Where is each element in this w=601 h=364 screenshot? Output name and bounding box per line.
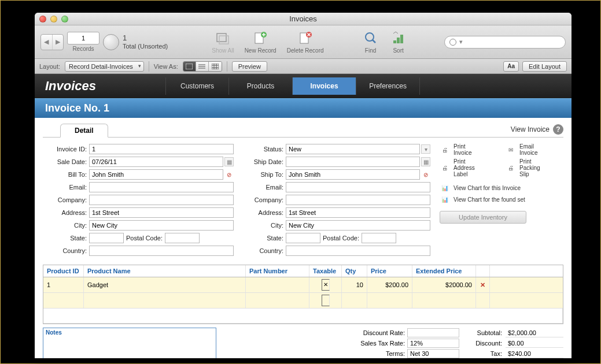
table-header: Product ID Product Name Part Number Taxa… [43,265,563,277]
bill-to-input[interactable]: John Smith [89,169,223,180]
bill-country-input[interactable] [89,246,234,256]
totals-column: Subtotal:$2,000.00 Discount:$0.00 Tax:$2… [465,328,563,358]
view-list-icon[interactable] [196,62,209,71]
print-packing-button[interactable]: 🖨Print Packing Slip [506,158,563,177]
ship-city-input[interactable]: New City [286,220,430,231]
layout-label: Layout: [39,63,60,70]
page-title: Invoice No. 1 [35,98,571,118]
viewas-label: View As: [154,63,178,70]
record-info: 1 Total (Unsorted) [123,34,168,50]
record-nav-arrows[interactable]: ◀ ▶ [40,34,64,50]
terms-input[interactable]: Net 30 [407,349,459,358]
table-row[interactable] [43,293,563,309]
ship-address-input[interactable]: 1st Street [286,207,430,218]
sort-button[interactable]: Sort [390,30,407,54]
titlebar: Invoices [35,13,571,25]
prev-record-icon[interactable]: ◀ [41,35,53,50]
delete-record-button[interactable]: Delete Record [287,30,324,54]
edit-layout-button[interactable]: Edit Layout [522,61,567,72]
app-header: Invoices Customers Products Invoices Pre… [35,74,571,98]
bill-city-input[interactable]: New City [89,220,234,231]
find-button[interactable]: Find [362,30,379,54]
svg-rect-0 [217,34,226,42]
toolbar: ◀ ▶ 1 Records 1 Total (Unsorted) Show Al… [35,25,571,59]
view-form-icon[interactable] [183,62,196,71]
status-select[interactable]: New [286,144,420,154]
bill-address-input[interactable]: 1st Street [89,207,234,218]
chart-invoice-link[interactable]: 📊View Chart for this Invoice [440,183,563,192]
ship-to-input[interactable]: John Smith [286,169,420,180]
invoice-id-input[interactable]: 1 [89,144,234,154]
tab-preferences[interactable]: Preferences [356,77,420,95]
show-all-icon [214,30,231,46]
ship-country-input[interactable] [286,246,430,256]
clear-icon[interactable]: ⊘ [421,170,430,179]
print-invoice-button[interactable]: 🖨Print Invoice [440,143,497,156]
printer-icon: 🖨 [506,164,516,173]
update-inventory-button[interactable]: Update Inventory [440,211,526,224]
preview-button[interactable]: Preview [232,61,267,72]
summary-column: Discount Rate: Sales Tax Rate:12% Terms:… [222,328,459,358]
tab-detail[interactable]: Detail [60,124,108,138]
svg-rect-9 [400,35,403,43]
svg-rect-7 [393,40,396,43]
sort-icon [390,30,407,46]
delete-record-icon [297,30,314,46]
record-dial-icon[interactable] [103,34,119,50]
bill-postal-input[interactable] [165,233,200,243]
table-row[interactable] [43,309,563,324]
ship-to-column: Status:New▾ Ship Date:▦ Ship To:John Smi… [239,143,430,258]
ship-email-input[interactable] [286,182,430,192]
new-record-button[interactable]: New Record [245,30,276,54]
discount-rate-input[interactable] [407,328,459,337]
svg-rect-1 [219,36,228,44]
view-table-icon[interactable] [209,62,222,71]
help-icon[interactable]: ? [553,124,563,135]
record-number-input[interactable]: 1 [67,32,99,44]
ship-date-input[interactable] [286,157,420,167]
tab-customers[interactable]: Customers [165,77,229,95]
dropdown-icon[interactable]: ▾ [421,144,430,154]
notes-input[interactable]: Notes [43,328,216,358]
next-record-icon[interactable]: ▶ [53,35,64,50]
invoice-window: Invoices ◀ ▶ 1 Records 1 Total (Unsorted… [35,13,571,358]
view-invoice-link[interactable]: View Invoice ? [511,124,563,137]
ship-state-input[interactable] [286,233,320,243]
bill-to-column: Invoice ID:1 Sale Date:07/26/11▦ Bill To… [43,143,234,258]
printer-icon: 🖨 [440,145,450,154]
calendar-icon[interactable]: ▦ [224,157,234,166]
svg-rect-10 [186,64,193,69]
checkbox-icon: ✕ [322,279,330,291]
checkbox-icon [322,295,330,306]
table-row[interactable]: 1 Gadget ✕ 10 $200.00 $2000.00 ✕ [43,277,563,293]
records-label: Records [72,46,94,52]
new-record-icon [252,30,269,46]
status-bar: Layout: Record Detail-Invoices View As: … [35,59,571,74]
printer-icon: 🖨 [440,164,450,173]
tab-products[interactable]: Products [229,77,293,95]
layout-select[interactable]: Record Detail-Invoices [65,61,144,72]
print-address-button[interactable]: 🖨Print Address Label [440,158,497,177]
ship-postal-input[interactable] [362,233,396,243]
show-all-button[interactable]: Show All [212,30,234,54]
actions-column: 🖨Print Invoice ✉Email Invoice 🖨Print Add… [436,143,563,258]
ship-company-input[interactable] [286,195,430,205]
page-body: Detail View Invoice ? Invoice ID:1 Sale … [35,118,571,358]
sales-tax-input[interactable]: 12% [407,339,459,348]
view-as-toggle[interactable] [183,61,222,72]
chart-found-link[interactable]: 📊View Chart for the found set [440,195,563,204]
search-input[interactable]: ▾ [444,36,566,49]
bill-company-input[interactable] [89,195,234,205]
separator [149,61,149,72]
email-invoice-button[interactable]: ✉Email Invoice [506,143,563,156]
sale-date-input[interactable]: 07/26/11 [89,157,223,167]
formatting-bar-button[interactable]: Aa [503,61,519,72]
bill-email-input[interactable] [89,182,234,192]
bill-state-input[interactable] [89,233,124,243]
clear-icon[interactable]: ⊘ [224,170,234,179]
tab-invoices[interactable]: Invoices [293,77,356,95]
delete-row-icon[interactable]: ✕ [476,277,490,292]
chart-icon: 📊 [440,195,450,204]
calendar-icon[interactable]: ▦ [421,157,430,166]
app-title: Invoices [45,79,96,94]
